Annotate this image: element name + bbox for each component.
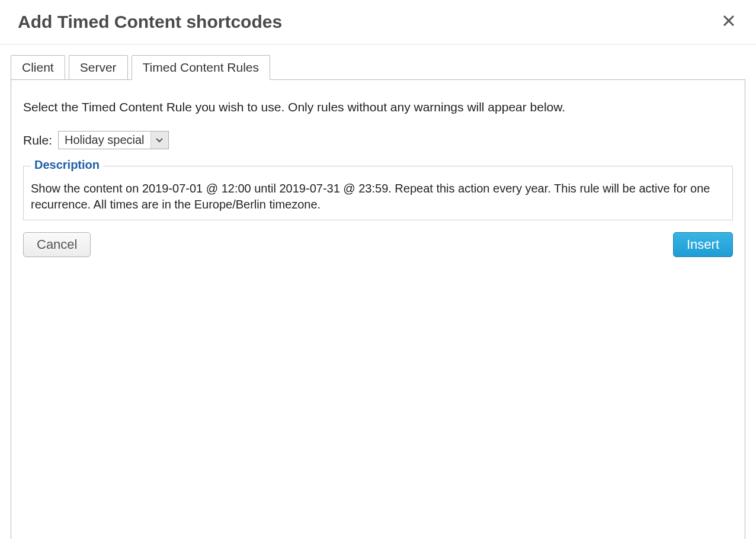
- insert-button[interactable]: Insert: [673, 232, 733, 257]
- description-text: Show the content on 2019-07-01 @ 12:00 u…: [31, 181, 725, 213]
- dialog-title: Add Timed Content shortcodes: [18, 12, 282, 32]
- dialog: Add Timed Content shortcodes Client Serv…: [0, 0, 756, 539]
- dialog-header: Add Timed Content shortcodes: [0, 0, 756, 44]
- instruction-text: Select the Timed Content Rule you wish t…: [23, 100, 733, 114]
- description-legend: Description: [31, 158, 103, 172]
- tab-server[interactable]: Server: [69, 55, 128, 80]
- rule-select[interactable]: Holiday special: [58, 131, 169, 149]
- close-icon[interactable]: [719, 11, 738, 33]
- rule-row: Rule: Holiday special: [23, 131, 733, 149]
- dialog-body: Client Server Timed Content Rules Select…: [0, 44, 756, 539]
- cancel-button[interactable]: Cancel: [23, 232, 91, 257]
- chevron-down-icon: [150, 131, 168, 149]
- description-fieldset: Description Show the content on 2019-07-…: [23, 166, 733, 220]
- tab-bar: Client Server Timed Content Rules: [11, 55, 745, 80]
- tab-panel: Select the Timed Content Rule you wish t…: [11, 79, 745, 539]
- tab-client[interactable]: Client: [11, 55, 65, 80]
- tab-timed-content-rules[interactable]: Timed Content Rules: [132, 55, 270, 80]
- button-row: Cancel Insert: [23, 232, 733, 257]
- rule-label: Rule:: [23, 133, 52, 147]
- rule-select-value: Holiday special: [59, 131, 150, 149]
